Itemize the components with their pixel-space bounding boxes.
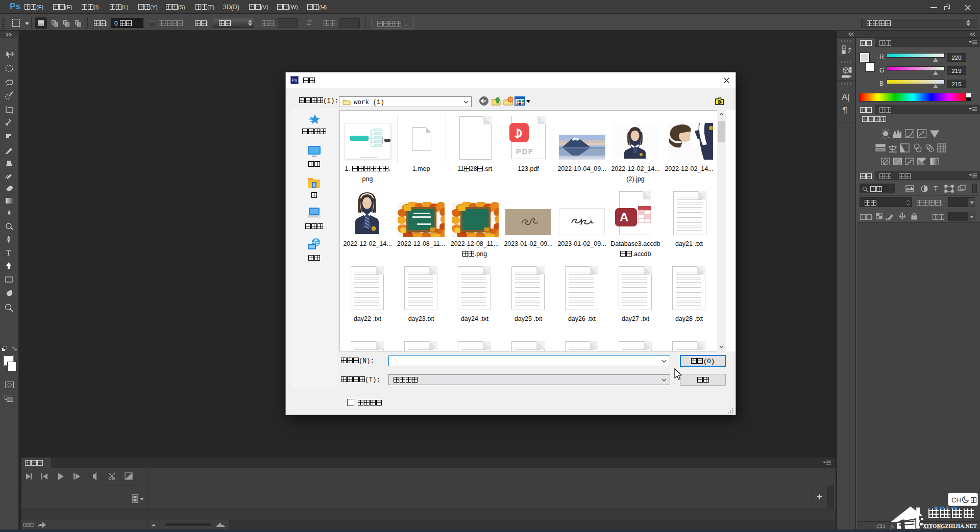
- svg-text:T: T: [6, 249, 11, 257]
- svg-text:T: T: [934, 185, 938, 193]
